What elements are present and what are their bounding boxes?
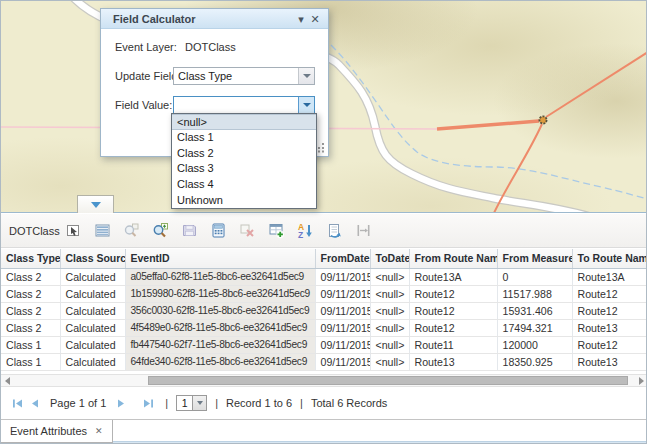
cell[interactable]: Route11 — [409, 336, 497, 353]
cell[interactable]: Route12 — [572, 285, 647, 302]
cell[interactable]: 09/11/2015 — [315, 353, 370, 370]
sort-records-button[interactable]: A Z — [293, 219, 317, 243]
cell[interactable]: 4f5489e0-62f8-11e5-8bc6-ee32641d5ec9 — [125, 319, 315, 336]
append-records-button[interactable] — [264, 219, 288, 243]
cell[interactable]: Class 1 — [1, 336, 60, 353]
cell[interactable]: fb447540-62f7-11e5-8bc6-ee32641d5ec9 — [125, 336, 315, 353]
cell[interactable]: Calculated — [60, 268, 125, 285]
column-header-class-source[interactable]: Class Source — [60, 249, 125, 268]
column-header-from-route-name[interactable]: From Route Name — [409, 249, 497, 268]
cell[interactable]: <null> — [370, 285, 409, 302]
scroll-left-icon[interactable] — [1, 375, 14, 386]
cell[interactable]: <null> — [370, 319, 409, 336]
last-page-icon — [142, 397, 155, 410]
previous-page-button[interactable] — [26, 395, 43, 412]
cell[interactable]: Class 2 — [1, 302, 60, 319]
next-page-button[interactable] — [113, 395, 130, 412]
cell[interactable]: Class 2 — [1, 268, 60, 285]
switch-selection-button[interactable] — [322, 219, 346, 243]
dialog-titlebar[interactable]: Field Calculator ▾ ✕ — [101, 9, 328, 29]
delete-selected-button[interactable] — [235, 219, 259, 243]
cell[interactable]: Class 2 — [1, 285, 60, 302]
cell[interactable]: 1b159980-62f8-11e5-8bc6-ee32641d5ec9 — [125, 285, 315, 302]
dropdown-option-class3[interactable]: Class 3 — [172, 161, 316, 177]
cell[interactable]: Route13A — [572, 268, 647, 285]
cell[interactable]: Route12 — [409, 302, 497, 319]
collapse-dialog-icon[interactable]: ▾ — [294, 10, 308, 28]
table-row[interactable]: Class 2 Calculated a05effa0-62f8-11e5-8b… — [1, 268, 647, 285]
cell[interactable]: 09/11/2015 — [315, 319, 370, 336]
table-row[interactable]: Class 2 Calculated 4f5489e0-62f8-11e5-8b… — [1, 319, 647, 336]
cell[interactable]: Route13A — [409, 268, 497, 285]
cell[interactable]: <null> — [370, 353, 409, 370]
fit-columns-button[interactable] — [351, 219, 375, 243]
table-row[interactable]: Class 1 Calculated 64fde340-62f8-11e5-8b… — [1, 353, 647, 370]
cell[interactable]: Calculated — [60, 302, 125, 319]
update-field-dropdown-button[interactable] — [298, 68, 314, 84]
cell[interactable]: Route12 — [572, 336, 647, 353]
cell[interactable]: <null> — [370, 268, 409, 285]
cell[interactable]: 0 — [497, 268, 572, 285]
cell[interactable]: Class 1 — [1, 353, 60, 370]
column-header-todate[interactable]: ToDate — [370, 249, 409, 268]
show-selected-records-button[interactable] — [90, 219, 114, 243]
dropdown-option-class2[interactable]: Class 2 — [172, 146, 316, 162]
cell[interactable]: 09/11/2015 — [315, 285, 370, 302]
cell[interactable]: 18350.925 — [497, 353, 572, 370]
zoom-to-selected-button[interactable] — [119, 219, 143, 243]
cell[interactable]: 356c0030-62f8-11e5-8bc6-ee32641d5ec9 — [125, 302, 315, 319]
page-select-dropdown-button[interactable] — [193, 395, 207, 411]
table-row[interactable]: Class 2 Calculated 1b159980-62f8-11e5-8b… — [1, 285, 647, 302]
cell[interactable]: Calculated — [60, 336, 125, 353]
cell[interactable]: 09/11/2015 — [315, 336, 370, 353]
column-header-from-measure[interactable]: From Measure — [497, 249, 572, 268]
cell[interactable]: <null> — [370, 302, 409, 319]
cell[interactable]: Calculated — [60, 319, 125, 336]
column-header-eventid[interactable]: EventID — [125, 249, 315, 268]
cell[interactable]: 09/11/2015 — [315, 302, 370, 319]
cell[interactable]: 09/11/2015 — [315, 268, 370, 285]
cell[interactable]: <null> — [370, 336, 409, 353]
cell[interactable]: Route13 — [572, 319, 647, 336]
close-tab-icon[interactable]: ✕ — [95, 426, 103, 436]
tab-event-attributes[interactable]: Event Attributes ✕ — [1, 420, 113, 443]
cell[interactable]: 120000 — [497, 336, 572, 353]
close-dialog-icon[interactable]: ✕ — [308, 10, 322, 28]
dropdown-option-null[interactable]: <null> — [172, 114, 316, 130]
dropdown-option-unknown[interactable]: Unknown — [172, 193, 316, 209]
cell[interactable]: Route12 — [409, 285, 497, 302]
collapse-table-button[interactable] — [77, 195, 114, 213]
page-select-combobox[interactable]: 1 — [176, 395, 207, 411]
cell[interactable]: 15931.406 — [497, 302, 572, 319]
zoom-to-features-button[interactable] — [148, 219, 172, 243]
field-value-combobox[interactable] — [173, 96, 315, 114]
field-value-dropdown-button[interactable] — [298, 97, 314, 113]
table-row[interactable]: Class 1 Calculated fb447540-62f7-11e5-8b… — [1, 336, 647, 353]
table-row[interactable]: Class 2 Calculated 356c0030-62f8-11e5-8b… — [1, 302, 647, 319]
horizontal-scrollbar[interactable] — [1, 374, 647, 387]
field-calculator-button[interactable] — [206, 219, 230, 243]
first-page-button[interactable] — [9, 395, 26, 412]
scrollbar-thumb[interactable] — [148, 376, 628, 385]
scroll-right-icon[interactable] — [635, 375, 647, 386]
column-header-to-route-name[interactable]: To Route Name — [572, 249, 647, 268]
dropdown-option-class4[interactable]: Class 4 — [172, 177, 316, 193]
cell[interactable]: Class 2 — [1, 319, 60, 336]
dropdown-option-class1[interactable]: Class 1 — [172, 130, 316, 146]
column-header-fromdate[interactable]: FromDate — [315, 249, 370, 268]
save-results-button[interactable] — [177, 219, 201, 243]
cell[interactable]: Route13 — [409, 353, 497, 370]
cell[interactable]: Route13 — [572, 353, 647, 370]
cell[interactable]: Route12 — [409, 319, 497, 336]
cell[interactable]: Calculated — [60, 285, 125, 302]
cell[interactable]: Calculated — [60, 353, 125, 370]
select-records-button[interactable] — [61, 219, 85, 243]
cell[interactable]: Route12 — [572, 302, 647, 319]
cell[interactable]: 64fde340-62f8-11e5-8bc6-ee32641d5ec9 — [125, 353, 315, 370]
column-header-class-type[interactable]: Class Type — [1, 249, 60, 268]
cell[interactable]: a05effa0-62f8-11e5-8bc6-ee32641d5ec9 — [125, 268, 315, 285]
cell[interactable]: 11517.988 — [497, 285, 572, 302]
cell[interactable]: 17494.321 — [497, 319, 572, 336]
update-field-combobox[interactable]: Class Type — [173, 67, 315, 85]
last-page-button[interactable] — [140, 395, 157, 412]
